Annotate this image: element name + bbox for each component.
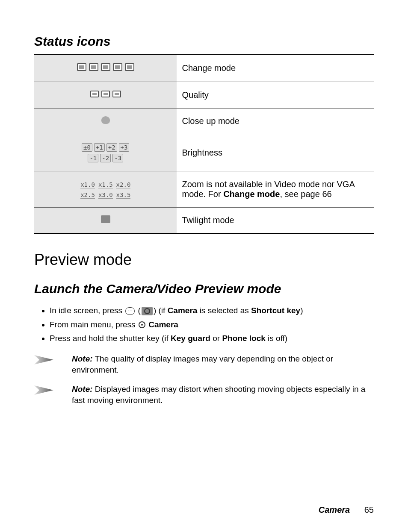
table-row: ±0+1+2+3-1-2-3Brightness (34, 134, 374, 171)
zoom-icon: x2.5 (80, 191, 95, 199)
softkey-icon: ⋯ (125, 307, 135, 315)
heading-launch: Launch the Camera/Video Preview mode (34, 282, 374, 296)
mode-icon (113, 63, 122, 71)
zoom-icon: x3.5 (116, 191, 131, 199)
svg-marker-1 (34, 385, 53, 395)
page-footer: Camera 65 (319, 505, 374, 515)
table-row: Quality (34, 82, 374, 109)
quality-icon (90, 91, 99, 97)
mode-icon (125, 63, 134, 71)
zoom-icon: x1.0 (80, 181, 95, 188)
note-block: Note: Displayed images may distort when … (34, 384, 374, 406)
table-row: Twilight mode (34, 208, 374, 234)
mode-icon (77, 63, 86, 71)
description-cell: Brightness (177, 134, 374, 171)
note-text: Note: The quality of display images may … (72, 353, 374, 376)
zoom-icon: x2.0 (116, 181, 131, 188)
zoom-icon: x3.0 (98, 191, 113, 199)
table-row: Close up mode (34, 109, 374, 134)
brightness-icon: +3 (119, 143, 130, 152)
description-cell: Zoom is not available in Video mode nor … (177, 171, 374, 208)
twilight-icon (101, 215, 110, 223)
icons-cell (34, 82, 177, 109)
heading-status-icons: Status icons (34, 34, 374, 49)
icons-cell (34, 208, 177, 234)
closeup-icon (101, 116, 110, 124)
brightness-icon: -1 (88, 154, 98, 162)
description-cell: Quality (177, 82, 374, 109)
mode-icon (101, 63, 110, 71)
mode-icon (89, 63, 98, 71)
note-arrow-icon (34, 353, 72, 369)
table-row: Change mode (34, 55, 374, 82)
icons-cell (34, 109, 177, 134)
icons-cell: ±0+1+2+3-1-2-3 (34, 134, 177, 171)
brightness-icon: ±0 (82, 143, 92, 152)
status-icons-table: Change modeQualityClose up mode±0+1+2+3-… (34, 55, 374, 234)
brightness-icon: +2 (106, 143, 117, 152)
zoom-icon: x1.5 (98, 181, 113, 188)
quality-icon (112, 91, 121, 97)
list-item: In idle screen, press ⋯ () (if Camera is… (50, 305, 374, 317)
description-cell: Twilight mode (177, 208, 374, 234)
table-row: x1.0x1.5x2.0x2.5x3.0x3.5Zoom is not avai… (34, 171, 374, 208)
nav-center-icon (139, 321, 145, 328)
brightness-icon: -3 (112, 154, 123, 162)
brightness-icon: -2 (100, 154, 111, 162)
camera-icon (142, 307, 153, 315)
footer-page-number: 65 (364, 505, 374, 514)
list-item: Press and hold the shutter key (if Key g… (50, 332, 374, 345)
instruction-list: In idle screen, press ⋯ () (if Camera is… (50, 305, 374, 345)
brightness-icon: +1 (94, 143, 105, 152)
heading-preview-mode: Preview mode (34, 251, 374, 269)
note-text: Note: Displayed images may distort when … (72, 384, 374, 406)
note-arrow-icon (34, 384, 72, 399)
note-block: Note: The quality of display images may … (34, 353, 374, 376)
list-item: From main menu, press Camera (50, 319, 374, 331)
description-cell: Close up mode (177, 109, 374, 134)
quality-icon (101, 91, 110, 97)
svg-marker-0 (34, 355, 53, 364)
footer-chapter: Camera (319, 505, 350, 514)
icons-cell: x1.0x1.5x2.0x2.5x3.0x3.5 (34, 171, 177, 208)
description-cell: Change mode (177, 55, 374, 82)
icons-cell (34, 55, 177, 82)
